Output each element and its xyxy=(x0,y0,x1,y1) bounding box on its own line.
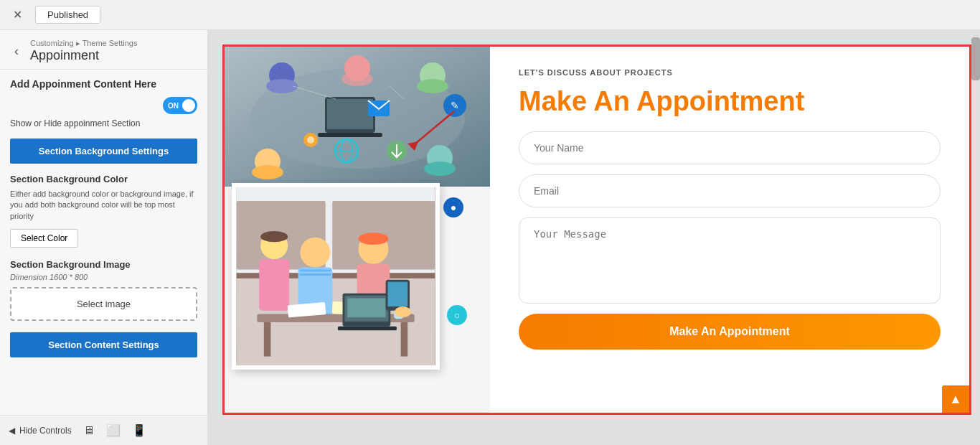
preview-right-content: LET'S DISCUSS ABOUT PROJECTS Make An App… xyxy=(490,47,969,413)
svg-point-56 xyxy=(395,306,411,317)
bg-color-desc: Either add background color or backgroun… xyxy=(10,189,197,222)
svg-rect-45 xyxy=(401,322,408,357)
scrollbar-thumb[interactable] xyxy=(971,37,980,80)
svg-rect-51 xyxy=(338,327,397,331)
hide-controls-label: Hide Controls xyxy=(19,426,72,436)
svg-rect-35 xyxy=(299,269,331,271)
svg-point-33 xyxy=(300,238,330,268)
chevron-left-icon: ◀ xyxy=(9,426,15,436)
back-button[interactable]: ‹ xyxy=(10,42,23,60)
svg-rect-43 xyxy=(257,314,414,322)
message-textarea[interactable] xyxy=(519,217,941,304)
preview-title: Make An Appointment xyxy=(519,87,941,117)
breadcrumb: Customizing ▸ Theme Settings xyxy=(30,39,137,48)
svg-rect-39 xyxy=(259,259,289,311)
svg-rect-55 xyxy=(387,282,407,306)
sidebar-content: Add Appoinment Content Here ON Show or H… xyxy=(0,70,207,415)
svg-rect-44 xyxy=(264,322,271,357)
submit-button[interactable]: Make An Appointment xyxy=(519,314,941,350)
hide-controls-button[interactable]: ◀ Hide Controls xyxy=(9,426,72,436)
bottom-image xyxy=(232,183,440,370)
svg-rect-36 xyxy=(299,273,331,276)
preview-subtitle: LET'S DISCUSS ABOUT PROJECTS xyxy=(519,68,941,77)
svg-point-7 xyxy=(417,79,448,93)
section-heading: Add Appoinment Content Here xyxy=(10,78,197,90)
mobile-icon[interactable]: 📱 xyxy=(132,423,146,437)
bg-image-dim: Dimension 1600 * 800 xyxy=(10,273,197,281)
preview-frame: ✎ xyxy=(222,44,971,415)
top-bar: ✕ Published xyxy=(0,0,980,30)
sidebar: ‹ Customizing ▸ Theme Settings Appoinmen… xyxy=(0,30,208,445)
preview-area: ✎ xyxy=(208,30,980,445)
main-layout: ‹ Customizing ▸ Theme Settings Appoinmen… xyxy=(0,30,980,445)
toggle-label: ON xyxy=(168,102,179,110)
published-badge: Published xyxy=(35,6,100,24)
sidebar-bottom: ◀ Hide Controls 🖥 ⬜ 📱 xyxy=(0,415,207,445)
bg-color-title: Section Background Color xyxy=(10,174,197,184)
float-icon-1: ● xyxy=(443,197,463,217)
name-input[interactable] xyxy=(519,131,941,164)
svg-point-38 xyxy=(260,231,288,242)
preview-images-column: ✎ xyxy=(225,47,490,413)
svg-rect-13 xyxy=(327,99,373,129)
show-hide-label: Show or Hide appoinment Section xyxy=(10,118,197,128)
svg-point-22 xyxy=(307,136,314,144)
edit-circle[interactable]: ✎ xyxy=(443,94,466,117)
email-input[interactable] xyxy=(519,174,941,207)
scroll-up-button[interactable]: ▲ xyxy=(942,385,969,413)
svg-point-41 xyxy=(358,233,388,245)
svg-point-5 xyxy=(341,72,373,86)
sidebar-header: ‹ Customizing ▸ Theme Settings Appoinmen… xyxy=(0,30,207,70)
section-background-settings-button[interactable]: Section Background Settings xyxy=(10,139,197,164)
toggle-row: ON xyxy=(10,97,197,114)
toggle-switch[interactable]: ON xyxy=(163,97,197,114)
select-color-button[interactable]: Select Color xyxy=(10,229,78,248)
bg-image-title: Section Background Image xyxy=(10,259,197,270)
close-button[interactable]: ✕ xyxy=(7,5,28,24)
svg-rect-50 xyxy=(347,299,385,318)
svg-point-11 xyxy=(424,161,456,176)
scrollbar[interactable] xyxy=(971,30,980,445)
sidebar-header-text: Customizing ▸ Theme Settings Appoinment xyxy=(30,39,137,63)
select-image-button[interactable]: Select image xyxy=(10,287,197,321)
top-image xyxy=(225,47,490,187)
svg-point-9 xyxy=(252,165,283,179)
svg-rect-14 xyxy=(318,133,382,137)
sidebar-title: Appoinment xyxy=(30,48,137,63)
tablet-icon[interactable]: ⬜ xyxy=(106,423,121,437)
desktop-icon[interactable]: 🖥 xyxy=(83,424,95,437)
section-content-settings-button[interactable]: Section Content Settings xyxy=(10,332,197,357)
float-icon-2: ○ xyxy=(447,305,467,325)
